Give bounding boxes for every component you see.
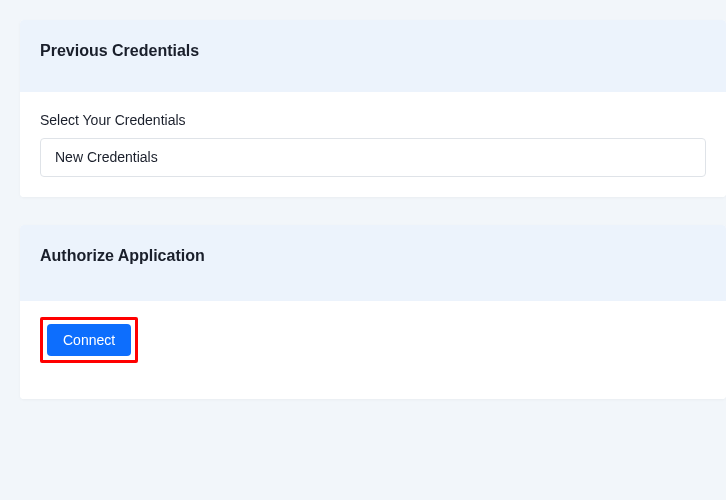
card-header: Previous Credentials — [20, 20, 726, 92]
card-title: Previous Credentials — [40, 42, 706, 60]
card-title: Authorize Application — [40, 247, 706, 265]
card-body: Connect — [20, 301, 726, 399]
card-header: Authorize Application — [20, 225, 726, 301]
card-body: Select Your Credentials New Credentials — [20, 92, 726, 197]
highlight-annotation: Connect — [40, 317, 138, 363]
credentials-selected-option: New Credentials — [55, 149, 158, 165]
connect-button[interactable]: Connect — [47, 324, 131, 356]
credentials-label: Select Your Credentials — [40, 112, 706, 128]
previous-credentials-card: Previous Credentials Select Your Credent… — [20, 20, 726, 197]
credentials-select[interactable]: New Credentials — [40, 138, 706, 177]
authorize-application-card: Authorize Application Connect — [20, 225, 726, 399]
